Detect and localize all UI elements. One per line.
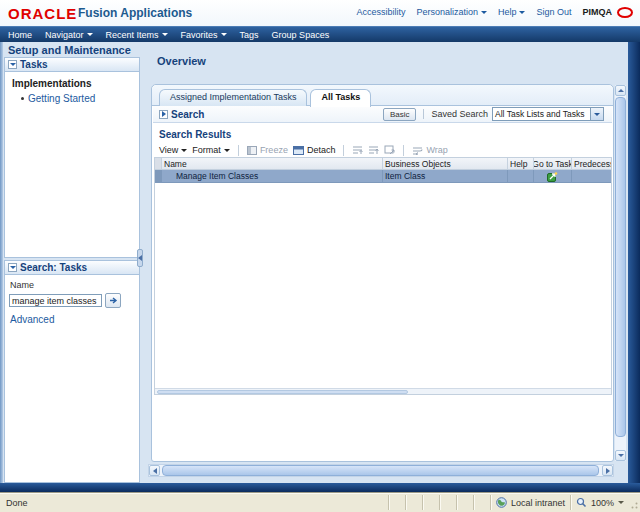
advanced-search-link[interactable]: Advanced xyxy=(10,314,139,325)
saved-search-select[interactable]: All Task Lists and Tasks xyxy=(492,107,604,121)
format-menu[interactable]: Format xyxy=(192,145,230,155)
column-header-name[interactable]: Name xyxy=(162,158,383,169)
oracle-ring-icon xyxy=(617,7,633,18)
table-horizontal-scrollbar[interactable] xyxy=(155,388,611,394)
chevron-down-icon xyxy=(87,33,93,36)
basic-button[interactable]: Basic xyxy=(383,108,417,121)
arrow-right-icon xyxy=(109,296,118,305)
chevron-down-icon xyxy=(162,33,168,36)
oracle-logo: ORACLE xyxy=(8,5,77,22)
chevron-down-icon xyxy=(618,501,624,504)
sign-out-link[interactable]: Sign Out xyxy=(536,7,571,17)
user-name: PIMQA xyxy=(582,7,612,17)
tasks-panel-title: Tasks xyxy=(20,59,48,70)
nav-favorites[interactable]: Favorites xyxy=(181,30,227,40)
status-pane xyxy=(388,495,405,510)
global-links: Accessibility Personalization Help Sign … xyxy=(356,7,612,17)
name-field-label: Name xyxy=(10,280,139,290)
window-frame-bottom xyxy=(0,483,640,492)
chevron-down-icon xyxy=(181,149,187,152)
getting-started-link[interactable]: Getting Started xyxy=(28,93,95,104)
results-table: Name Business Objects Help Go to Task Pr… xyxy=(154,157,612,395)
magnifier-icon xyxy=(576,497,587,508)
nav-tags[interactable]: Tags xyxy=(240,30,259,40)
page-title: Setup and Maintenance xyxy=(8,44,131,56)
select-dropdown-button[interactable] xyxy=(590,108,603,120)
freeze-button: Freeze xyxy=(247,145,288,155)
show-as-top-icon xyxy=(384,145,395,155)
divider xyxy=(423,109,424,119)
collapse-icon[interactable] xyxy=(8,263,17,272)
cell-go-to-task xyxy=(534,170,572,182)
search-go-button[interactable] xyxy=(105,293,121,308)
content-vertical-scrollbar[interactable] xyxy=(615,85,626,461)
tab-all-tasks[interactable]: All Tasks xyxy=(310,89,371,107)
tab-assigned-implementation-tasks[interactable]: Assigned Implementation Tasks xyxy=(159,89,307,106)
product-name: Fusion Applications xyxy=(78,6,192,20)
column-header-business-objects[interactable]: Business Objects xyxy=(383,158,508,169)
chevron-down-icon xyxy=(221,33,227,36)
nav-recent-items[interactable]: Recent Items xyxy=(106,30,168,40)
scroll-right-button[interactable] xyxy=(602,465,613,476)
nav-navigator[interactable]: Navigator xyxy=(45,30,93,40)
detach-button[interactable]: Detach xyxy=(293,145,336,155)
task-name-input[interactable] xyxy=(9,294,102,307)
scroll-thumb[interactable] xyxy=(157,390,408,394)
content-horizontal-scrollbar[interactable] xyxy=(148,464,614,477)
personalization-menu[interactable]: Personalization xyxy=(416,7,487,17)
list-item: Getting Started xyxy=(21,93,139,104)
divider xyxy=(343,145,344,156)
globe-icon xyxy=(496,497,507,508)
status-pane xyxy=(473,495,490,510)
implementations-label: Implementations xyxy=(12,78,139,89)
chevron-down-icon xyxy=(519,11,525,14)
search-header-bar: Search Basic Saved Search All Task Lists… xyxy=(153,106,612,123)
browser-status-bar: Done Local intranet 100% xyxy=(0,492,640,512)
freeze-icon xyxy=(247,146,257,155)
zoom-level-text: 100% xyxy=(591,498,614,508)
scroll-up-button[interactable] xyxy=(615,85,626,96)
results-toolbar: View Format Freeze Detach xyxy=(159,143,605,157)
go-to-top-icon xyxy=(368,145,379,155)
row-header-cell xyxy=(155,170,162,182)
table-row[interactable]: Manage Item Classes Item Class xyxy=(155,170,611,183)
top-banner: ORACLE Fusion Applications Accessibility… xyxy=(0,0,640,26)
row-header-column xyxy=(155,158,162,169)
expand-search-icon[interactable] xyxy=(159,110,168,119)
search-results-title: Search Results xyxy=(159,129,231,140)
zoom-pane[interactable]: 100% xyxy=(570,495,629,510)
scroll-thumb[interactable] xyxy=(162,465,599,476)
cell-business-objects: Item Class xyxy=(383,170,508,182)
cell-name[interactable]: Manage Item Classes xyxy=(162,170,383,182)
tabs: Assigned Implementation Tasks All Tasks xyxy=(159,89,371,107)
help-menu[interactable]: Help xyxy=(498,7,526,17)
scroll-down-button[interactable] xyxy=(615,450,626,461)
column-header-predecessor-tasks[interactable]: Predecessor Tasks xyxy=(572,158,611,169)
column-header-go-to-task[interactable]: Go to Task xyxy=(534,158,572,169)
go-to-task-icon[interactable] xyxy=(547,171,558,182)
status-text: Done xyxy=(6,498,388,508)
resize-grip[interactable] xyxy=(629,496,639,510)
status-pane xyxy=(422,495,439,510)
chevron-down-icon xyxy=(481,11,487,14)
scroll-left-button[interactable] xyxy=(149,465,160,476)
tasks-panel-header: Tasks xyxy=(5,58,139,72)
divider xyxy=(238,145,239,156)
nav-home[interactable]: Home xyxy=(8,30,32,40)
saved-search-value: All Task Lists and Tasks xyxy=(493,109,590,119)
saved-search-label: Saved Search xyxy=(431,109,488,119)
security-zone-text: Local intranet xyxy=(511,498,565,508)
column-header-help[interactable]: Help xyxy=(508,158,534,169)
status-pane xyxy=(456,495,473,510)
cell-predecessor-tasks xyxy=(572,170,611,182)
search-region-title: Search xyxy=(171,109,204,120)
view-menu[interactable]: View xyxy=(159,145,187,155)
accessibility-link[interactable]: Accessibility xyxy=(356,7,405,17)
window-frame-right xyxy=(628,42,640,483)
wrap-button: Wrap xyxy=(412,145,447,155)
nav-group-spaces[interactable]: Group Spaces xyxy=(272,30,330,40)
collapse-icon[interactable] xyxy=(8,60,17,69)
search-tasks-panel-title: Search: Tasks xyxy=(20,262,87,273)
scroll-thumb[interactable] xyxy=(615,97,626,437)
splitter-collapse-handle[interactable] xyxy=(137,249,143,267)
